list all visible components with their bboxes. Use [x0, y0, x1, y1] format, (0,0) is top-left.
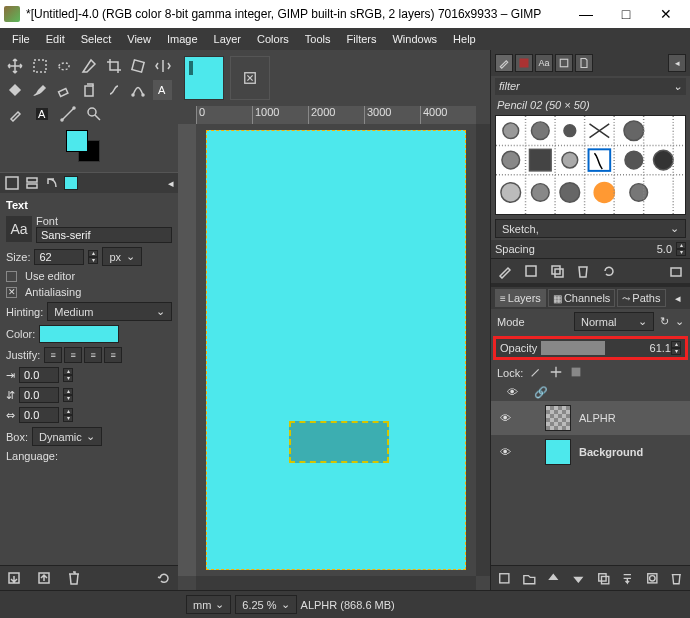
new-layer-icon[interactable]	[497, 570, 512, 586]
new-brush-icon[interactable]	[523, 263, 539, 279]
indent-b-input[interactable]: 0.0	[19, 387, 59, 403]
menu-image[interactable]: Image	[159, 30, 206, 48]
save-options-icon[interactable]	[6, 570, 22, 586]
eraser-tool[interactable]	[55, 80, 74, 100]
patterns-tab[interactable]	[515, 54, 533, 72]
edit-brush-icon[interactable]	[497, 263, 513, 279]
zoom-tool[interactable]	[84, 104, 104, 124]
lock-position-icon[interactable]	[549, 365, 563, 381]
size-spinner[interactable]: ▴▾	[88, 250, 98, 264]
new-group-icon[interactable]	[522, 570, 537, 586]
lower-layer-icon[interactable]	[571, 570, 586, 586]
justify-left-button[interactable]: ≡	[44, 347, 62, 363]
history-tab[interactable]	[555, 54, 573, 72]
lock-pixels-icon[interactable]	[529, 365, 543, 381]
raise-layer-icon[interactable]	[546, 570, 561, 586]
rect-select-tool[interactable]	[31, 56, 50, 76]
justify-right-button[interactable]: ≡	[64, 347, 82, 363]
fuzzy-select-tool[interactable]	[80, 56, 99, 76]
flip-tool[interactable]	[153, 56, 172, 76]
clone-tool[interactable]	[80, 80, 99, 100]
menu-view[interactable]: View	[119, 30, 159, 48]
mode-reset-icon[interactable]: ↻	[660, 315, 669, 328]
indent-c-input[interactable]: 0.0	[19, 407, 59, 423]
brushes-tab[interactable]	[495, 54, 513, 72]
minimize-button[interactable]: —	[566, 0, 606, 28]
visibility-toggle[interactable]: 👁	[497, 446, 513, 458]
mode-combo[interactable]: Normal	[574, 312, 654, 331]
scrollbar-horizontal[interactable]	[196, 576, 476, 590]
opacity-slider[interactable]: Opacity 61.1 ▴▾	[493, 336, 688, 360]
indent-a-input[interactable]: 0.0	[19, 367, 59, 383]
refresh-brush-icon[interactable]	[601, 263, 617, 279]
spacing-value[interactable]: 5.0	[657, 243, 672, 255]
duplicate-brush-icon[interactable]	[549, 263, 565, 279]
delete-options-icon[interactable]	[66, 570, 82, 586]
text-tool[interactable]: A	[153, 80, 172, 100]
menu-file[interactable]: File	[4, 30, 38, 48]
path-tool[interactable]	[129, 80, 148, 100]
indent-a-spinner[interactable]: ▴▾	[63, 368, 73, 382]
reset-options-icon[interactable]	[156, 570, 172, 586]
open-as-image-icon[interactable]	[668, 263, 684, 279]
channels-tab[interactable]: ▦ Channels	[548, 289, 615, 307]
text-color-swatch[interactable]	[39, 325, 119, 343]
hinting-combo[interactable]: Medium	[47, 302, 172, 321]
use-editor-checkbox[interactable]	[6, 271, 17, 282]
smudge-tool[interactable]	[104, 80, 123, 100]
visibility-toggle[interactable]: 👁	[497, 412, 513, 424]
fg-bg-colors[interactable]	[66, 130, 106, 164]
delete-layer-icon[interactable]	[669, 570, 684, 586]
unit-combo-status[interactable]: mm	[186, 595, 231, 614]
layer-name[interactable]: ALPHR	[579, 412, 616, 424]
layer-row-alphr[interactable]: 👁 ALPHR	[491, 401, 690, 435]
brush-preset-combo[interactable]: Sketch,	[495, 219, 686, 238]
canvas[interactable]	[206, 130, 466, 570]
mode-menu-icon[interactable]	[675, 315, 684, 328]
box-combo[interactable]: Dynamic	[32, 427, 102, 446]
opacity-spinner[interactable]: ▴▾	[671, 341, 681, 355]
delete-brush-icon[interactable]	[575, 263, 591, 279]
image-tab[interactable]	[184, 56, 224, 100]
fg-color[interactable]	[66, 130, 88, 152]
menu-help[interactable]: Help	[445, 30, 484, 48]
merge-layer-icon[interactable]	[620, 570, 635, 586]
move-tool[interactable]	[6, 56, 25, 76]
unit-combo[interactable]: px	[102, 247, 142, 266]
menu-edit[interactable]: Edit	[38, 30, 73, 48]
spacing-spinner[interactable]: ▴▾	[676, 242, 686, 256]
document-tab[interactable]	[575, 54, 593, 72]
scrollbar-vertical[interactable]	[476, 124, 490, 576]
duplicate-layer-icon[interactable]	[596, 570, 611, 586]
bucket-fill-tool[interactable]	[6, 80, 25, 100]
font-aa-icon[interactable]: Aa	[6, 216, 32, 242]
size-input[interactable]: 62	[34, 249, 84, 265]
antialiasing-checkbox[interactable]: ✕	[6, 287, 17, 298]
menu-colors[interactable]: Colors	[249, 30, 297, 48]
canvas-area[interactable]	[196, 124, 476, 576]
zoom-combo[interactable]: 6.25 %	[235, 595, 296, 614]
layer-name[interactable]: Background	[579, 446, 643, 458]
font-input[interactable]: Sans-serif	[36, 227, 172, 243]
rotate-tool[interactable]	[129, 56, 148, 76]
selection-rect[interactable]	[289, 421, 389, 463]
color-picker-tool[interactable]	[6, 104, 26, 124]
tab-tool-options[interactable]	[4, 175, 20, 191]
restore-options-icon[interactable]	[36, 570, 52, 586]
free-select-tool[interactable]	[55, 56, 74, 76]
paintbrush-tool[interactable]	[31, 80, 50, 100]
close-tab-button[interactable]	[230, 56, 270, 100]
tab-images[interactable]	[64, 176, 78, 190]
menu-tools[interactable]: Tools	[297, 30, 339, 48]
brush-grid[interactable]	[495, 115, 686, 215]
measure-tool[interactable]	[58, 104, 78, 124]
paths-tab[interactable]: ⤳ Paths	[617, 289, 665, 307]
tab-menu-icon[interactable]: ◂	[168, 177, 174, 190]
panel-menu-icon[interactable]: ◂	[668, 54, 686, 72]
brush-filter-input[interactable]: filter	[495, 78, 686, 95]
layers-tab[interactable]: ≡ Layers	[495, 289, 546, 307]
indent-b-spinner[interactable]: ▴▾	[63, 388, 73, 402]
indent-c-spinner[interactable]: ▴▾	[63, 408, 73, 422]
justify-fill-button[interactable]: ≡	[104, 347, 122, 363]
crop-tool[interactable]	[104, 56, 123, 76]
